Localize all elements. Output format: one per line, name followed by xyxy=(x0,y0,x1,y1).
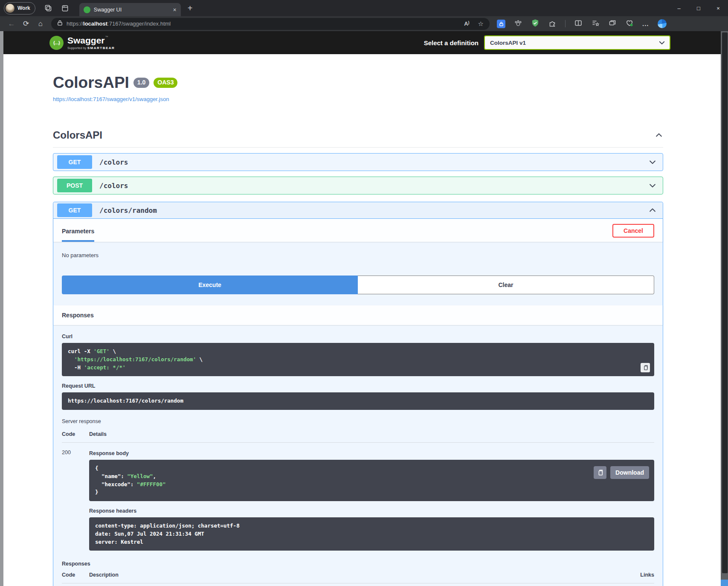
download-button[interactable]: Download xyxy=(610,466,649,479)
live-response-row: 200 Response body { "name": "Yellow", "h… xyxy=(62,443,654,551)
favorite-star-icon[interactable]: ☆ xyxy=(478,20,484,28)
swagger-logo: {…} Swagger™ Supported by SMARTBEAR xyxy=(49,35,115,50)
chevron-down-icon[interactable] xyxy=(648,158,657,166)
tab-actions-icon[interactable] xyxy=(61,4,69,12)
api-info: ColorsAPI 1.0 OAS3 https://localhost:716… xyxy=(53,54,663,103)
brand-name: Swagger xyxy=(67,35,105,45)
read-aloud-icon[interactable]: A) xyxy=(464,20,469,27)
doc-status-code: 200 xyxy=(62,583,89,586)
maximize-button[interactable]: □ xyxy=(689,0,708,16)
tag-section-header[interactable]: ColorsAPI xyxy=(53,129,663,148)
tag-title: ColorsAPI xyxy=(53,129,102,141)
minimize-button[interactable]: – xyxy=(669,0,689,16)
definition-select-value: ColorsAPI v1 xyxy=(490,40,526,46)
op-path: /colors xyxy=(99,158,648,166)
addressbar: ← ⟳ ⌂ https://localhost:7167/swagger/ind… xyxy=(0,16,728,31)
adguard-shield-icon[interactable] xyxy=(531,19,539,29)
window-frame-left xyxy=(0,31,3,586)
copilot-icon[interactable] xyxy=(658,19,667,28)
site-lock-icon[interactable] xyxy=(57,20,63,28)
status-code: 200 xyxy=(62,443,89,551)
curl-label: Curl xyxy=(62,334,654,339)
profile-name: Work xyxy=(17,5,30,11)
method-badge-get: GET xyxy=(57,203,92,217)
swagger-favicon xyxy=(84,6,90,13)
op-path: /colors/random xyxy=(99,206,648,215)
tab-title: Swagger UI xyxy=(94,7,170,13)
refresh-button[interactable]: ⟳ xyxy=(19,19,33,28)
response-body-label: Response body xyxy=(89,450,654,456)
settings-more-icon[interactable]: ... xyxy=(642,20,649,27)
execute-button[interactable]: Execute xyxy=(62,276,358,294)
description-header: Description xyxy=(89,572,603,578)
method-badge-post: POST xyxy=(57,179,92,192)
password-extension-icon[interactable] xyxy=(497,20,505,28)
scrollbar-bottom-marker[interactable] xyxy=(721,580,728,586)
new-tab-button[interactable]: + xyxy=(188,4,193,12)
favorites-list-icon[interactable] xyxy=(591,19,600,29)
tab-close-icon[interactable]: × xyxy=(173,7,177,13)
workspaces-icon[interactable] xyxy=(44,4,52,12)
close-button[interactable]: × xyxy=(708,0,728,16)
op-path: /colors xyxy=(99,182,648,190)
live-response-table-header: Code Details xyxy=(62,426,654,443)
doc-links: No links xyxy=(603,583,654,586)
execute-row: Execute Clear xyxy=(62,276,654,294)
tab-parameters[interactable]: Parameters xyxy=(62,228,94,242)
browser-window: Work Swagger UI × + – □ × ← ⟳ ⌂ xyxy=(0,0,728,586)
request-url-value: https://localhost:7167/colors/random xyxy=(62,392,654,410)
response-body: { "name": "Yellow", "hexcode": "#FFFF00"… xyxy=(89,460,654,501)
copy-curl-button[interactable] xyxy=(641,363,650,372)
method-badge-get: GET xyxy=(57,155,92,169)
avatar xyxy=(6,4,15,13)
opblock-get-colors-random: GET /colors/random Parameters Cancel No … xyxy=(53,202,663,586)
extensions-puzzle-icon[interactable] xyxy=(548,19,557,29)
toolbar-divider xyxy=(565,20,566,27)
collections-icon[interactable] xyxy=(608,19,617,29)
no-parameters-text: No parameters xyxy=(53,242,663,258)
opblock-post-colors[interactable]: POST /colors xyxy=(53,177,663,194)
brand-subtitle: Supported by SMARTBEAR xyxy=(67,46,115,50)
swagger-page: ColorsAPI 1.0 OAS3 https://localhost:716… xyxy=(3,54,721,586)
chevron-up-icon[interactable] xyxy=(648,206,657,215)
opblock-get-colors[interactable]: GET /colors xyxy=(53,153,663,171)
address-input[interactable]: https://localhost:7167/swagger/index.htm… xyxy=(51,18,490,30)
opblock-summary[interactable]: GET /colors/random xyxy=(53,202,663,219)
split-screen-icon[interactable] xyxy=(574,19,583,29)
url-text: https://localhost:7167/swagger/index.htm… xyxy=(67,20,171,27)
tab-swagger-ui[interactable]: Swagger UI × xyxy=(79,3,181,16)
paw-extension-icon[interactable] xyxy=(514,19,522,29)
scrollbar-thumb[interactable] xyxy=(722,32,728,573)
response-doc-row: 200 Success No links xyxy=(62,583,654,586)
back-button[interactable]: ← xyxy=(4,20,19,28)
titlebar: Work Swagger UI × + – □ × xyxy=(0,0,728,16)
server-response-label: Server response xyxy=(62,418,654,424)
extensions-row: ... xyxy=(497,19,667,29)
parameters-section-header: Parameters Cancel xyxy=(53,219,663,242)
page-scrollbar[interactable] xyxy=(721,31,728,586)
response-headers: content-type: application/json; charset=… xyxy=(89,517,654,551)
code-header: Code xyxy=(62,431,89,437)
doc-description: Success xyxy=(89,583,603,586)
oas3-badge: OAS3 xyxy=(154,78,177,87)
response-headers-label: Response headers xyxy=(89,508,654,514)
request-url-label: Request URL xyxy=(62,383,654,389)
chevron-down-icon[interactable] xyxy=(648,181,657,190)
version-badge: 1.0 xyxy=(133,78,149,87)
responses-table-header: Code Description Links xyxy=(62,567,654,583)
responses-section-header: Responses xyxy=(53,305,663,325)
code-header: Code xyxy=(62,572,89,578)
home-button[interactable]: ⌂ xyxy=(33,20,48,28)
profile-chip[interactable]: Work xyxy=(4,2,35,15)
browser-essentials-icon[interactable] xyxy=(625,19,634,29)
definition-select[interactable]: ColorsAPI v1 xyxy=(484,35,670,50)
links-header: Links xyxy=(603,572,654,578)
copy-response-button[interactable] xyxy=(594,466,606,479)
definition-select-label: Select a definition xyxy=(424,39,479,46)
chevron-down-icon xyxy=(658,39,666,46)
chevron-up-icon[interactable] xyxy=(655,131,663,139)
clear-button[interactable]: Clear xyxy=(358,276,654,294)
details-header: Details xyxy=(89,431,654,437)
cancel-button[interactable]: Cancel xyxy=(612,224,654,238)
spec-json-link[interactable]: https://localhost:7167/swagger/v1/swagge… xyxy=(53,96,169,102)
